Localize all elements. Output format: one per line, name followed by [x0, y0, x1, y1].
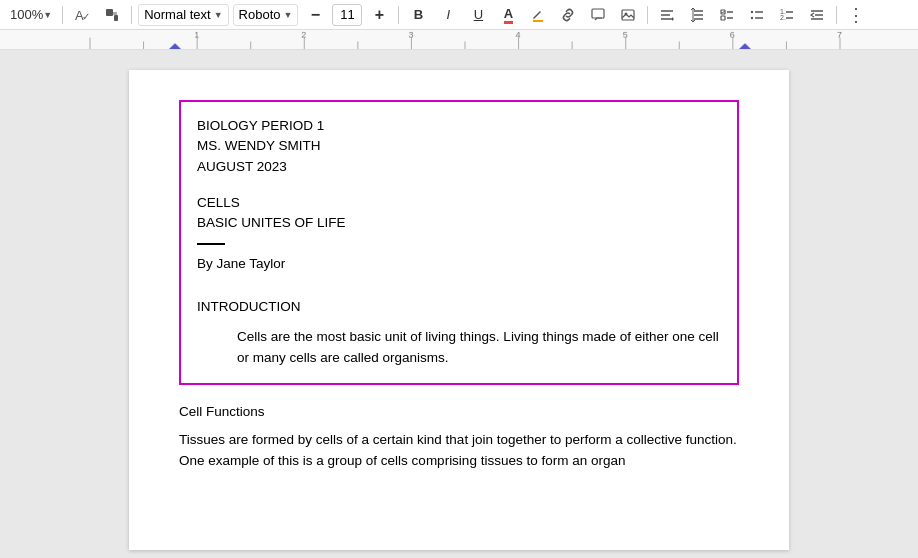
svg-rect-3	[114, 15, 118, 21]
separator-2	[131, 6, 132, 24]
bold-button[interactable]: B	[405, 3, 431, 27]
document-page[interactable]: BIOLOGY PERIOD 1 MS. WENDY SMITH AUGUST …	[129, 70, 789, 550]
font-dropdown[interactable]: Roboto ▼	[233, 4, 299, 26]
separator-4	[647, 6, 648, 24]
font-size-box: 11	[332, 4, 362, 26]
font-label: Roboto	[239, 7, 281, 22]
subtitle-line-1: CELLS	[197, 193, 721, 213]
insert-comment-button[interactable]	[585, 3, 611, 27]
paint-format-icon[interactable]	[99, 3, 125, 27]
align-button[interactable]	[654, 3, 680, 27]
divider-line	[197, 243, 225, 245]
svg-text:✓: ✓	[82, 11, 90, 22]
svg-rect-5	[592, 9, 604, 18]
author-line: By Jane Taylor	[197, 255, 721, 274]
zoom-indicator[interactable]: 100% ▼	[6, 5, 56, 24]
introduction-heading: INTRODUCTION	[197, 298, 721, 317]
ruler	[0, 30, 918, 50]
svg-rect-4	[533, 20, 543, 22]
subtitle-line-2: BASIC UNITES OF LIFE	[197, 213, 721, 233]
subtitle-group: CELLS BASIC UNITES OF LIFE	[197, 193, 721, 234]
svg-rect-16	[721, 16, 725, 20]
title-line-1: BIOLOGY PERIOD 1	[197, 116, 721, 136]
svg-rect-6	[622, 10, 634, 20]
ruler-canvas	[0, 30, 918, 49]
separator-1	[62, 6, 63, 24]
title-group: BIOLOGY PERIOD 1 MS. WENDY SMITH AUGUST …	[197, 116, 721, 177]
zoom-value: 100%	[10, 7, 43, 22]
numbered-list-button[interactable]: 1.2.	[774, 3, 800, 27]
bullet-list-button[interactable]	[744, 3, 770, 27]
text-color-button[interactable]: A	[495, 3, 521, 27]
introduction-paragraph: Cells are the most basic unit of living …	[197, 327, 721, 369]
zoom-chevron-icon: ▼	[43, 10, 52, 20]
separator-5	[836, 6, 837, 24]
decrease-font-icon[interactable]: −	[302, 3, 328, 27]
svg-rect-2	[106, 9, 113, 16]
indent-decrease-button[interactable]	[804, 3, 830, 27]
underline-button[interactable]: U	[465, 3, 491, 27]
title-line-3: AUGUST 2023	[197, 157, 721, 177]
svg-point-20	[751, 16, 753, 18]
style-chevron-icon: ▼	[214, 10, 223, 20]
font-chevron-icon: ▼	[283, 10, 292, 20]
increase-font-icon[interactable]: +	[366, 3, 392, 27]
paragraph-style-label: Normal text	[144, 7, 210, 22]
insert-link-button[interactable]	[555, 3, 581, 27]
separator-3	[398, 6, 399, 24]
svg-point-18	[751, 10, 753, 12]
highlight-color-button[interactable]	[525, 3, 551, 27]
paragraph-style-dropdown[interactable]: Normal text ▼	[138, 4, 228, 26]
selected-content-block[interactable]: BIOLOGY PERIOD 1 MS. WENDY SMITH AUGUST …	[179, 100, 739, 385]
title-line-2: MS. WENDY SMITH	[197, 136, 721, 156]
spellcheck-icon[interactable]: A✓	[69, 3, 95, 27]
checklist-button[interactable]	[714, 3, 740, 27]
toolbar: 100% ▼ A✓ Normal text ▼ Roboto ▼ − 11 + …	[0, 0, 918, 30]
font-size-input[interactable]: 11	[335, 7, 359, 22]
insert-image-button[interactable]	[615, 3, 641, 27]
italic-button[interactable]: I	[435, 3, 461, 27]
document-area[interactable]: BIOLOGY PERIOD 1 MS. WENDY SMITH AUGUST …	[0, 50, 918, 558]
more-options-button[interactable]: ⋮	[843, 3, 869, 27]
body-paragraph: Tissues are formed by cells of a certain…	[179, 430, 739, 472]
svg-text:2.: 2.	[780, 14, 786, 21]
cell-functions-heading: Cell Functions	[179, 403, 739, 422]
line-spacing-button[interactable]	[684, 3, 710, 27]
